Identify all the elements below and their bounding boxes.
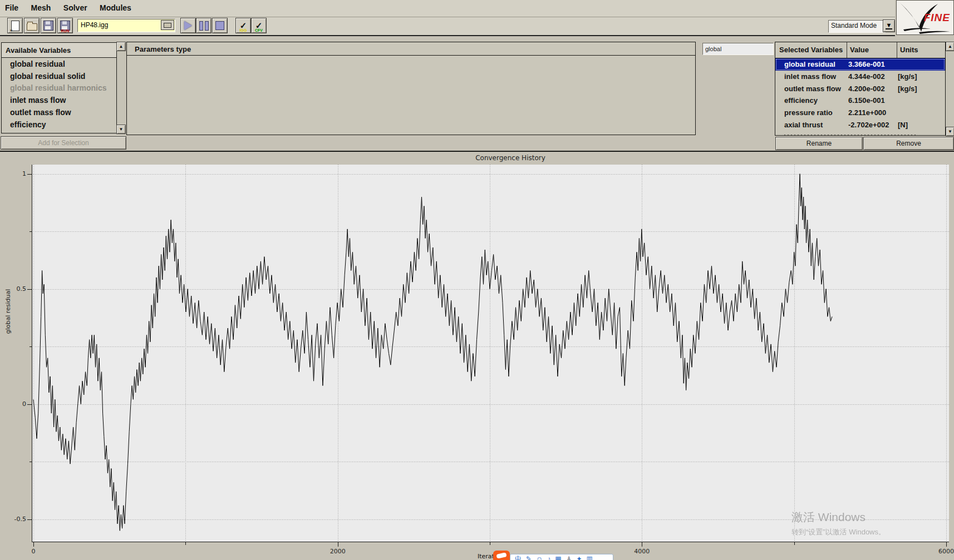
c-val: 4.344e-002 [848, 72, 885, 81]
menu-file[interactable]: File [0, 0, 23, 12]
table-row[interactable]: outlet mass flow4.200e-002[kg/s] [775, 83, 945, 95]
scroll-down-button[interactable]: ▼ [117, 125, 125, 133]
column-divider [897, 42, 897, 58]
available-variables-list[interactable]: global residualglobal residual solidglob… [2, 58, 116, 131]
menu-mesh[interactable]: Mesh [26, 0, 56, 12]
open-project-button[interactable] [24, 18, 39, 33]
ime-icon[interactable]: ☺ [536, 556, 543, 560]
x-tick-label: 4000 [634, 548, 650, 555]
browse-button[interactable] [161, 21, 174, 29]
c-val: 3.366e-001 [848, 60, 885, 68]
y-tick-label: 0.5 [4, 285, 26, 293]
selected-variables-table: Selected Variables Value Units global re… [775, 42, 946, 136]
save-run-button[interactable]: RUN [58, 18, 72, 33]
pause-computation-button[interactable] [196, 18, 211, 33]
scroll-up-button[interactable]: ▲ [117, 42, 125, 51]
list-item[interactable]: global residual [2, 58, 116, 70]
ime-icon[interactable]: 中 [515, 556, 522, 560]
mode-select[interactable]: Standard Mode [828, 20, 886, 33]
tick-mark [33, 542, 34, 547]
launch-igg-button[interactable]: ✓ IGG [236, 18, 250, 33]
x-axis-label: Iterat [478, 553, 494, 560]
c-name: outlet mass flow [784, 85, 841, 93]
menu-bar: File Mesh Solver Modules [0, 0, 895, 17]
project-filename-field[interactable] [77, 19, 175, 32]
convergence-line-chart [32, 165, 949, 542]
c-name: inlet mass flow [784, 72, 836, 81]
list-item[interactable]: efficiency [2, 118, 116, 131]
table-row[interactable]: inlet mass flow4.344e-002[kg/s] [775, 71, 945, 83]
c-val: -2.702e+002 [848, 121, 889, 129]
convergence-plot[interactable] [32, 165, 949, 542]
available-variables-header: Available Variables [2, 43, 116, 58]
table-row[interactable]: global residual3.366e-001 [775, 58, 945, 71]
variable-filter-input[interactable]: global [702, 43, 774, 55]
column-divider [847, 42, 847, 58]
col-units: Units [900, 46, 918, 54]
filename-input[interactable] [80, 21, 160, 29]
table-row[interactable]: pressure ratio2.211e+000 [775, 107, 945, 119]
table-scrollbar[interactable]: ▲ ▼ [946, 42, 954, 136]
rename-button[interactable]: Rename [776, 137, 862, 150]
table-row[interactable]: efficiency6.150e-001 [775, 95, 945, 107]
ime-icon[interactable]: ▦ [555, 556, 561, 560]
tick-mark [490, 542, 490, 545]
x-tick-label: 2000 [330, 548, 346, 555]
scroll-down-button[interactable]: ▼ [946, 127, 954, 136]
ime-icon[interactable]: ✎ [526, 556, 532, 560]
x-tick-label: 6000 [938, 548, 954, 555]
c-unit: [N] [898, 121, 908, 129]
mode-dropdown-button[interactable]: ▼ [883, 20, 894, 32]
col-value: Value [850, 46, 869, 54]
tick-mark [185, 542, 186, 545]
stop-computation-button[interactable] [213, 18, 227, 33]
parameters-panel: Parameters type [126, 42, 696, 135]
y-tick-label: -0.5 [4, 516, 26, 523]
launch-cfview-button[interactable]: ✓ CFV [252, 18, 266, 33]
cfv-check-icon: ✓ CFV [255, 23, 263, 28]
table-row[interactable]: axial thrust-2.702e+002[N] [775, 119, 945, 131]
y-tick-label: 1 [4, 170, 26, 177]
list-item[interactable]: inlet mass flow [2, 94, 116, 106]
ime-icon[interactable]: ♟ [566, 556, 572, 560]
y-tick-label: 0 [4, 400, 26, 408]
list-item[interactable]: global residual harmonics [2, 82, 116, 95]
fine-logo-text: FINE [924, 12, 950, 24]
ime-icon[interactable]: ♪ [547, 556, 550, 560]
tick-mark [27, 519, 32, 520]
add-for-selection-button[interactable]: Add for Selection [1, 137, 126, 149]
menu-solver[interactable]: Solver [58, 0, 92, 12]
tick-mark [29, 462, 32, 462]
available-variables-scrollbar[interactable]: ▲ ▼ [117, 42, 125, 133]
c-name: efficiency [784, 96, 818, 105]
tick-mark [29, 231, 32, 232]
save-project-button[interactable] [41, 18, 56, 33]
c-val: 2.211e+000 [848, 108, 886, 117]
scroll-up-button[interactable]: ▲ [946, 42, 954, 51]
toolbar: RUN ✓ IGG ✓ CFV [0, 17, 895, 36]
y-axis-label: global residual [4, 289, 12, 334]
start-computation-button[interactable] [181, 18, 195, 33]
browse-folder-icon [164, 23, 171, 28]
remove-button[interactable]: Remove [864, 137, 953, 150]
tick-mark [27, 174, 32, 175]
clipped-table-row [784, 131, 918, 136]
save-floppy-icon [43, 21, 53, 31]
ime-icon[interactable]: ▥ [587, 556, 593, 560]
x-tick-label: 0 [32, 548, 36, 555]
list-item[interactable]: outlet mass flow [2, 106, 116, 118]
ime-icon[interactable]: ✦ [576, 556, 582, 560]
tick-mark [642, 542, 642, 547]
windows-activation-watermark: 激活 Windows [791, 509, 866, 525]
menu-modules[interactable]: Modules [95, 0, 136, 12]
tick-mark [29, 346, 32, 347]
list-item[interactable]: global residual solid [2, 70, 116, 82]
new-project-button[interactable] [8, 18, 22, 33]
c-val: 4.200e-002 [848, 85, 885, 93]
sogou-ime-icon[interactable] [493, 551, 510, 560]
igg-label: IGG [240, 28, 247, 33]
open-folder-icon [27, 23, 37, 31]
ime-toolbar[interactable]: 中✎☺♪▦♟✦▥ [510, 554, 613, 560]
fine-logo: FINE [896, 0, 954, 35]
tick-mark [794, 542, 795, 545]
